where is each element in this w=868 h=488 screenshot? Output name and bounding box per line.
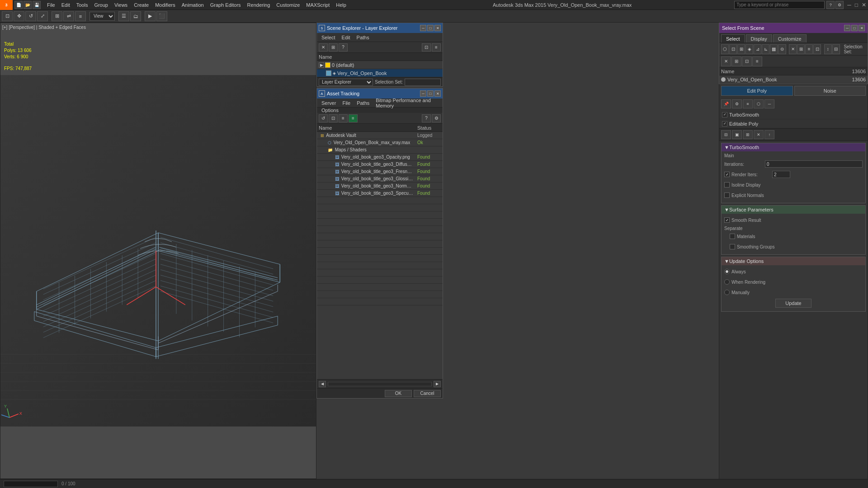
sfs-tb-2[interactable]: ⊡ <box>729 44 737 54</box>
sfs-minimize[interactable]: ─ <box>844 25 850 31</box>
update-options-header[interactable]: ▼ Update Options <box>722 257 865 265</box>
tb-snap[interactable]: ⊞ <box>52 11 62 21</box>
sfs-tb-7[interactable]: ▦ <box>770 44 778 54</box>
ts-render-input[interactable] <box>772 171 790 178</box>
at-tb-help[interactable]: ? <box>422 114 431 122</box>
update-btn[interactable]: Update <box>775 299 811 308</box>
menu-group[interactable]: Group <box>91 1 111 9</box>
sfs-tb-9[interactable]: ✕ <box>789 44 797 54</box>
modifier-turbosmooth[interactable]: ✓ TurboSmooth <box>719 110 868 119</box>
at-tb-settings[interactable]: ⚙ <box>432 114 441 122</box>
menu-views[interactable]: Views <box>112 1 130 9</box>
sfs-maximize[interactable]: □ <box>851 25 858 31</box>
tb-scene-explorer[interactable]: 🗂 <box>130 11 141 21</box>
at-tb-1[interactable]: ↺ <box>319 114 328 122</box>
icon-btn-1[interactable]: ? <box>826 1 835 9</box>
ep-checkbox[interactable]: ✓ <box>722 121 727 127</box>
asset-row-maps[interactable]: 📁 Maps / Shaders <box>317 146 443 154</box>
menu-animation[interactable]: Animation <box>179 1 207 9</box>
stack-mgmt-3[interactable]: ⊞ <box>743 130 753 139</box>
tb-layer-mgr[interactable]: ☰ <box>118 11 129 21</box>
asset-scrollbar[interactable] <box>328 382 432 386</box>
tb-scale[interactable]: ⤢ <box>37 11 48 21</box>
sfs-titlebar[interactable]: Select From Scene ─ □ ✕ <box>719 23 868 33</box>
menu-graph-editors[interactable]: Graph Editors <box>208 1 244 9</box>
stack-mgmt-5[interactable]: ↑ <box>764 130 774 139</box>
asset-ok-btn[interactable]: OK <box>385 390 412 397</box>
maximize-button[interactable]: □ <box>853 2 860 8</box>
asset-row-img5[interactable]: 🖼 Very_old_book_title_geo3_Normal.png Fo… <box>317 183 443 190</box>
toolbar-save[interactable]: 💾 <box>33 1 41 9</box>
surface-params-header[interactable]: ▼ Surface Parameters <box>722 206 865 214</box>
layer-expand-default[interactable]: ▶ <box>319 62 324 68</box>
at-menu-bitmap[interactable]: Bitmap Performance and Memory <box>373 98 441 108</box>
sfs-tb-5[interactable]: ⊿ <box>754 44 761 54</box>
sfs-tb-s2[interactable]: ⊞ <box>731 56 741 66</box>
sfs-tb-6[interactable]: ⊾ <box>762 44 769 54</box>
sp-smooth-checkbox[interactable]: ✓ <box>724 217 730 223</box>
le-tb-extra2[interactable]: ≡ <box>432 43 441 52</box>
layer-footer-input[interactable] <box>405 79 441 86</box>
menu-file[interactable]: File <box>44 1 58 9</box>
menu-maxscript[interactable]: MAXScript <box>303 1 332 9</box>
asset-row-img3[interactable]: 🖼 Very_old_book_title_geo3_Fresnel.png F… <box>317 168 443 175</box>
tb-mirror[interactable]: ⇌ <box>63 11 74 21</box>
stack-mgmt-1[interactable]: ⊟ <box>721 130 731 139</box>
layer-footer-dropdown[interactable]: Layer Explorer <box>319 79 373 86</box>
at-tb-4[interactable]: ≡ <box>349 114 358 122</box>
edit-poly-btn[interactable]: Edit Poly <box>721 86 793 96</box>
sfs-tb-10[interactable]: ⊞ <box>797 44 805 54</box>
le-tb-expand[interactable]: ⊞ <box>329 43 338 52</box>
menu-tools[interactable]: Tools <box>74 1 91 9</box>
sfs-tb-3[interactable]: ⊞ <box>737 44 745 54</box>
sfs-tb-filter[interactable]: ⊟ <box>832 44 840 54</box>
le-tb-extra1[interactable]: ⊡ <box>422 43 431 52</box>
asset-row-maxfile[interactable]: ⬡ Very_Old_Open_Book_max_vray.max Ok <box>317 139 443 146</box>
asset-row-img6[interactable]: 🖼 Very_old_book_title_geo3_Specular.png … <box>317 190 443 197</box>
stack-mgmt-2[interactable]: ▣ <box>732 130 742 139</box>
asset-nav-right[interactable]: ▶ <box>434 381 441 387</box>
asset-row-img4[interactable]: 🖼 Very_old_book_title_geo3_Glossiness.pn… <box>317 175 443 183</box>
menu-edit[interactable]: Edit <box>59 1 73 9</box>
sfs-tb-s1[interactable]: ✕ <box>721 56 731 66</box>
layer-explorer-maximize[interactable]: □ <box>427 25 434 31</box>
sfs-tab-display[interactable]: Display <box>746 34 772 42</box>
minimize-button[interactable]: ─ <box>845 2 853 8</box>
tb-align[interactable]: ≡ <box>75 11 86 21</box>
at-menu-file[interactable]: File <box>340 100 353 106</box>
sfs-tb-12[interactable]: ⊡ <box>813 44 821 54</box>
asset-row-img2[interactable]: 🖼 Very_old_book_title_geo3_Diffuse.png F… <box>317 161 443 168</box>
ts-checkbox[interactable]: ✓ <box>722 112 727 117</box>
stack-edge-icon[interactable]: ─ <box>764 99 774 108</box>
close-button[interactable]: ✕ <box>860 2 868 8</box>
sfs-tb-11[interactable]: ≡ <box>805 44 813 54</box>
asset-row-vault[interactable]: ⊞ Autodesk Vault Logged <box>317 132 443 139</box>
sp-materials-checkbox[interactable] <box>730 234 735 239</box>
stack-face-icon[interactable]: ⬡ <box>754 99 764 108</box>
layer-row-default[interactable]: ▶ 0 (default) <box>317 61 443 69</box>
tb-render[interactable]: ▶ <box>145 11 156 21</box>
sfs-tb-1[interactable]: ⬡ <box>721 44 729 54</box>
menu-create[interactable]: Create <box>131 1 151 9</box>
le-tb-close[interactable]: ✕ <box>319 43 328 52</box>
sfs-row-book[interactable]: Very_Old_Open_Book 13606 <box>719 75 868 84</box>
layer-menu-paths[interactable]: Paths <box>354 35 372 40</box>
menu-modifiers[interactable]: Modifiers <box>152 1 178 9</box>
stack-pin-icon[interactable]: 📌 <box>721 99 731 108</box>
tb-render-frame[interactable]: ⬛ <box>156 11 167 21</box>
sfs-tb-s3[interactable]: ⊡ <box>742 56 752 66</box>
tb-select[interactable]: ⊡ <box>2 11 13 21</box>
sfs-tb-4[interactable]: ◈ <box>745 44 753 54</box>
uo-always-radio[interactable] <box>724 269 730 274</box>
ts-isoline-checkbox[interactable] <box>724 182 730 188</box>
uo-manually-radio[interactable] <box>724 290 730 295</box>
layer-explorer-close[interactable]: ✕ <box>434 25 441 31</box>
ts-header[interactable]: ▼ TurboSmooth <box>722 143 865 151</box>
sp-smoothing-checkbox[interactable] <box>730 244 735 249</box>
sfs-close[interactable]: ✕ <box>859 25 865 31</box>
at-menu-server[interactable]: Server <box>319 100 339 106</box>
layer-menu-select[interactable]: Select <box>319 35 338 40</box>
sfs-tab-select[interactable]: Select <box>721 34 745 42</box>
menu-rendering[interactable]: Rendering <box>245 1 273 9</box>
ts-iter-input[interactable] <box>765 160 863 168</box>
